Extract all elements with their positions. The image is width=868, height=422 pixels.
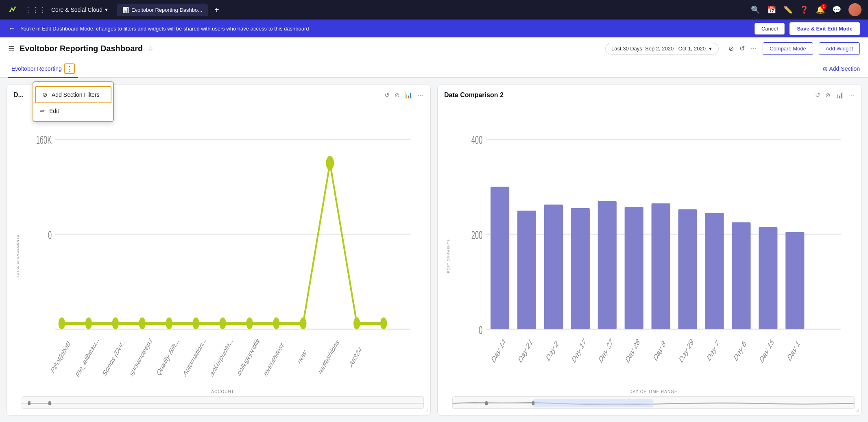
widget-2-scrollbar[interactable] bbox=[452, 396, 855, 409]
svg-rect-47 bbox=[705, 213, 724, 329]
filter-menu-icon: ⊘ bbox=[42, 91, 48, 98]
svg-text:Day 1: Day 1 bbox=[787, 338, 801, 363]
product-name[interactable]: Core & Social Cloud ▼ bbox=[51, 7, 109, 13]
add-section-filters-label: Add Section Filters bbox=[52, 91, 100, 98]
top-navigation: ⋮⋮⋮ Core & Social Cloud ▼ 📊 Evoltobor Re… bbox=[0, 0, 868, 20]
svg-point-13 bbox=[192, 318, 199, 329]
svg-text:PBot(pbot): PBot(pbot) bbox=[50, 338, 71, 375]
search-icon[interactable]: 🔍 bbox=[751, 5, 760, 14]
svg-rect-50 bbox=[785, 232, 804, 329]
widget-1-y-label: TOTAL ENGAGEMENTS bbox=[16, 235, 20, 278]
dashboard-content: D... ↺ ⊘ 📊 ··· TOTAL ENGAGEMENTS bbox=[0, 78, 868, 422]
svg-text:ankurgupta...: ankurgupta... bbox=[209, 335, 234, 379]
widget-1-refresh-icon[interactable]: ↺ bbox=[384, 91, 390, 99]
edit-menu-icon: ✏ bbox=[40, 107, 45, 115]
avatar[interactable] bbox=[848, 3, 861, 16]
notifications-icon[interactable]: 🔔 1 bbox=[816, 5, 825, 14]
svg-text:Automation...: Automation... bbox=[182, 335, 207, 379]
widget-1-resize-handle[interactable]: ⊿ bbox=[425, 408, 429, 413]
svg-text:Day 2: Day 2 bbox=[545, 338, 559, 363]
star-icon[interactable]: ☆ bbox=[148, 45, 153, 52]
add-section-filters-menu-item[interactable]: ⊘ Add Section Filters bbox=[35, 86, 111, 103]
svg-text:Day 28: Day 28 bbox=[625, 336, 641, 365]
svg-text:Day 6: Day 6 bbox=[733, 338, 747, 363]
add-widget-button[interactable]: Add Widget bbox=[819, 42, 860, 55]
svg-text:Day 29: Day 29 bbox=[678, 336, 694, 365]
calendar-icon[interactable]: 📅 bbox=[767, 5, 776, 14]
widget-2-resize-handle[interactable]: ⊿ bbox=[855, 408, 859, 413]
svg-point-14 bbox=[219, 318, 226, 329]
svg-rect-39 bbox=[491, 187, 509, 329]
dashboard-title: Evoltobor Reporting Dashboard bbox=[20, 44, 143, 53]
active-tab[interactable]: 📊 Evoltobor Reporting Dashbo... bbox=[117, 4, 208, 16]
filter-icon[interactable]: ⊘ bbox=[728, 45, 734, 52]
svg-point-15 bbox=[246, 318, 253, 329]
date-range-text: Last 30 Days: Sep 2, 2020 - Oct 1, 2020 bbox=[611, 46, 706, 52]
dashboard-header: ☰ Evoltobor Reporting Dashboard ☆ Last 3… bbox=[0, 37, 868, 60]
widget-2-charttype-icon[interactable]: 📊 bbox=[835, 91, 843, 99]
grid-icon[interactable]: ⋮⋮⋮ bbox=[24, 5, 46, 14]
svg-text:200: 200 bbox=[471, 228, 482, 241]
svg-text:the_allbeau...: the_allbeau... bbox=[75, 335, 100, 380]
svg-rect-46 bbox=[678, 209, 697, 329]
svg-text:radfashions: radfashions bbox=[318, 337, 340, 377]
add-section-button[interactable]: ⊕ Add Section bbox=[822, 65, 860, 73]
svg-text:Quality Bih...: Quality Bih... bbox=[156, 335, 180, 378]
widget-2-more-icon[interactable]: ··· bbox=[848, 91, 855, 99]
save-exit-button[interactable]: Save & Exit Edit Mode bbox=[789, 22, 860, 35]
svg-rect-48 bbox=[732, 222, 750, 329]
svg-rect-43 bbox=[598, 201, 617, 329]
date-range-button[interactable]: Last 30 Days: Sep 2, 2020 - Oct 1, 2020 … bbox=[605, 43, 719, 54]
widget-2-x-label: DAY OF TIME RANGE bbox=[452, 389, 855, 394]
cancel-button[interactable]: Cancel bbox=[755, 23, 785, 35]
header-actions: ⊘ ↺ ··· Compare Mode Add Widget bbox=[728, 42, 860, 55]
edit-menu-item[interactable]: ✏ Edit bbox=[33, 103, 113, 119]
date-range-chevron-icon: ▼ bbox=[708, 46, 713, 51]
svg-text:new: new bbox=[297, 348, 307, 366]
widget-1-more-icon[interactable]: ··· bbox=[417, 91, 424, 99]
svg-rect-42 bbox=[571, 208, 590, 329]
widget-1-actions: ↺ ⊘ 📊 ··· bbox=[384, 91, 424, 99]
svg-point-8 bbox=[59, 318, 65, 329]
more-icon[interactable]: ··· bbox=[750, 45, 757, 52]
svg-point-19 bbox=[353, 318, 360, 329]
three-dots-icon: ⋮ bbox=[66, 65, 73, 73]
widget-2-filter-icon[interactable]: ⊘ bbox=[825, 91, 831, 99]
svg-point-18 bbox=[326, 156, 334, 170]
svg-rect-63 bbox=[533, 399, 653, 407]
svg-text:maruthitest...: maruthitest... bbox=[263, 335, 287, 378]
section-menu-button[interactable]: ⋮ bbox=[64, 63, 75, 74]
back-arrow-icon[interactable]: ← bbox=[8, 24, 15, 33]
svg-rect-41 bbox=[544, 204, 563, 329]
widget-1-scrollbar[interactable] bbox=[22, 396, 424, 409]
svg-rect-45 bbox=[652, 203, 670, 329]
svg-text:Day 17: Day 17 bbox=[571, 336, 587, 365]
svg-point-10 bbox=[112, 318, 119, 329]
svg-text:Sonos (Def...: Sonos (Def... bbox=[102, 335, 126, 379]
svg-point-1 bbox=[9, 11, 11, 12]
svg-text:0: 0 bbox=[48, 228, 52, 241]
widget-1-filter-icon[interactable]: ⊘ bbox=[395, 91, 400, 99]
widget-2-refresh-icon[interactable]: ↺ bbox=[815, 91, 820, 99]
svg-point-9 bbox=[85, 318, 92, 329]
compare-mode-button[interactable]: Compare Mode bbox=[763, 42, 813, 55]
widget-1-chart: 160K 0 bbox=[22, 104, 424, 389]
edit-banner-text: You're in Edit Dashboard Mode: changes t… bbox=[20, 26, 750, 32]
svg-text:Day 8: Day 8 bbox=[652, 338, 667, 363]
svg-text:0: 0 bbox=[479, 324, 482, 337]
edit-mode-banner: ← You're in Edit Dashboard Mode: changes… bbox=[0, 20, 868, 37]
sidebar-toggle-icon[interactable]: ☰ bbox=[8, 44, 15, 53]
chat-icon[interactable]: 💬 bbox=[832, 5, 841, 14]
section-tab[interactable]: Evoltobor Reporting ⋮ bbox=[8, 60, 78, 78]
logo[interactable] bbox=[7, 3, 20, 16]
help-icon[interactable]: ❓ bbox=[800, 5, 809, 14]
svg-rect-44 bbox=[625, 207, 643, 329]
add-section-label: Add Section bbox=[829, 65, 860, 72]
svg-rect-49 bbox=[759, 227, 777, 329]
svg-point-16 bbox=[273, 318, 279, 329]
widget-2-title: Data Comparison 2 bbox=[444, 91, 815, 99]
add-tab-button[interactable]: + bbox=[214, 5, 219, 15]
edit-icon[interactable]: ✏️ bbox=[783, 5, 792, 14]
widget-1-charttype-icon[interactable]: 📊 bbox=[405, 91, 412, 99]
refresh-icon[interactable]: ↺ bbox=[739, 45, 745, 52]
